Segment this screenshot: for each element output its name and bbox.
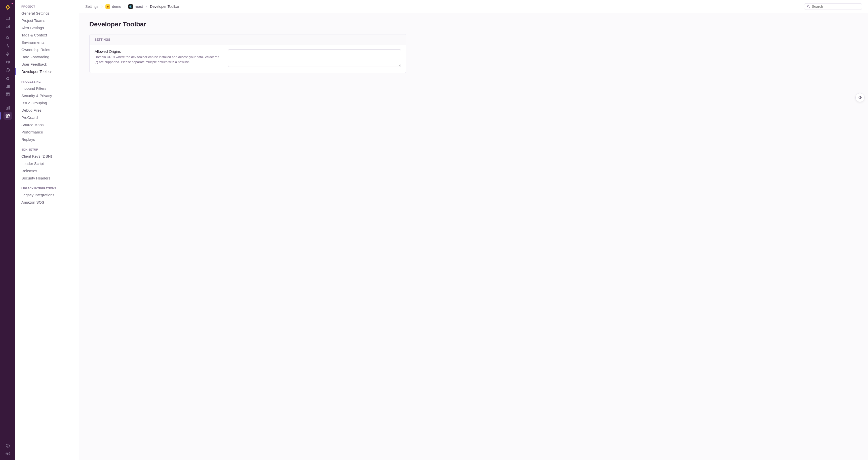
- svg-point-20: [807, 5, 809, 7]
- help-icon: [5, 443, 10, 448]
- svg-rect-8: [6, 93, 9, 94]
- sidebar-group-title: SDK SETUP: [16, 143, 79, 153]
- nav-inbox[interactable]: [3, 14, 12, 22]
- chevron-right-icon: [100, 5, 103, 8]
- nav-expand[interactable]: [3, 450, 12, 458]
- sidebar-item-security-headers[interactable]: Security Headers: [16, 174, 79, 182]
- breadcrumb-settings[interactable]: Settings: [85, 4, 98, 8]
- sentry-logo-icon: [4, 4, 11, 10]
- sidebar-item-ownership-rules[interactable]: Ownership Rules: [16, 46, 79, 53]
- history-icon: [5, 68, 10, 72]
- settings-icon: [5, 113, 10, 118]
- sidebar-item-legacy-integrations[interactable]: Legacy Integrations: [16, 191, 79, 199]
- code-icon: [5, 24, 10, 29]
- breadcrumb-current: Developer Toolbar: [150, 4, 179, 8]
- settings-panel: SETTINGS Allowed Origins Domain URLs whe…: [89, 34, 406, 73]
- breadcrumb-project[interactable]: react: [128, 4, 143, 9]
- sidebar-item-issue-grouping[interactable]: Issue Grouping: [16, 99, 79, 106]
- sidebar-item-performance[interactable]: Performance: [16, 128, 79, 136]
- field-label-allowed-origins: Allowed Origins: [95, 49, 220, 54]
- chevron-right-icon: [6, 452, 10, 456]
- breadcrumb-org-label: demo: [112, 4, 121, 8]
- nav-history[interactable]: [3, 66, 12, 74]
- nav-megaphone[interactable]: [3, 58, 12, 66]
- stats-icon: [5, 106, 10, 110]
- sidebar-group-title: PROJECT: [16, 0, 79, 9]
- svg-rect-0: [6, 17, 9, 20]
- archive-icon: [5, 92, 10, 97]
- notification-dot-icon: [11, 2, 13, 5]
- content: Developer Toolbar SETTINGS Allowed Origi…: [79, 13, 416, 80]
- sidebar-item-inbound-filters[interactable]: Inbound Filters: [16, 85, 79, 92]
- svg-point-12: [7, 116, 8, 117]
- sidebar-item-replays[interactable]: Replays: [16, 136, 79, 143]
- nav-stats[interactable]: [3, 104, 12, 111]
- sidebar-item-data-forwarding[interactable]: Data Forwarding: [16, 53, 79, 61]
- nav-settings[interactable]: [3, 112, 12, 120]
- svg-point-16: [130, 6, 131, 7]
- svg-rect-1: [6, 25, 9, 28]
- search-icon: [807, 5, 810, 8]
- svg-rect-7: [6, 94, 9, 96]
- megaphone-icon: [5, 60, 10, 64]
- sidebar-group-title: LEGACY INTEGRATIONS: [16, 182, 79, 191]
- nav-search[interactable]: [3, 34, 12, 42]
- sidebar-item-security-privacy[interactable]: Security & Privacy: [16, 92, 79, 99]
- breadcrumb-org[interactable]: demo: [105, 4, 121, 9]
- chevron-right-icon: [123, 5, 126, 8]
- sidebar-item-proguard[interactable]: ProGuard: [16, 114, 79, 121]
- topbar: Settings demo react Dev: [79, 0, 868, 13]
- sidebar-item-developer-toolbar[interactable]: Developer Toolbar: [16, 68, 79, 75]
- sidebar-item-client-keys-dsn-[interactable]: Client Keys (DSN): [16, 153, 79, 160]
- svg-point-2: [6, 36, 8, 39]
- logo[interactable]: [3, 3, 12, 11]
- sidebar-item-project-teams[interactable]: Project Teams: [16, 17, 79, 24]
- panel-header: SETTINGS: [90, 34, 406, 45]
- svg-rect-11: [8, 106, 9, 109]
- bolt-icon: [5, 52, 10, 56]
- sidebar-item-amazon-sqs[interactable]: Amazon SQS: [16, 199, 79, 206]
- page-title: Developer Toolbar: [89, 20, 406, 28]
- nav-archive[interactable]: [3, 91, 12, 98]
- search-icon: [5, 36, 10, 40]
- chevron-right-icon: [145, 5, 148, 8]
- nav-code[interactable]: [3, 23, 12, 30]
- svg-rect-9: [6, 108, 7, 109]
- breadcrumb-project-label: react: [135, 4, 143, 8]
- columns-icon: [5, 84, 10, 89]
- search-box[interactable]: [804, 3, 862, 10]
- sidebar-group-title: PROCESSING: [16, 75, 79, 85]
- nav-rail: [0, 0, 16, 460]
- sidebar-item-alert-settings[interactable]: Alert Settings: [16, 24, 79, 31]
- nav-help[interactable]: [3, 442, 12, 450]
- field-help-allowed-origins: Domain URLs where the dev toolbar can be…: [95, 55, 220, 64]
- sidebar-item-releases[interactable]: Releases: [16, 167, 79, 174]
- inbox-icon: [5, 16, 10, 21]
- allowed-origins-input[interactable]: [228, 49, 401, 67]
- svg-rect-6: [8, 85, 9, 88]
- react-badge-icon: [128, 4, 133, 9]
- org-badge-icon: [105, 4, 110, 9]
- sidebar-item-general-settings[interactable]: General Settings: [16, 9, 79, 17]
- sidebar-item-user-feedback[interactable]: User Feedback: [16, 61, 79, 68]
- bug-icon: [5, 76, 10, 80]
- sidebar-item-environments[interactable]: Environments: [16, 39, 79, 46]
- settings-sidebar: PROJECTGeneral SettingsProject TeamsAler…: [16, 0, 79, 460]
- nav-columns[interactable]: [3, 83, 12, 90]
- svg-rect-4: [6, 85, 7, 88]
- nav-bug[interactable]: [3, 74, 12, 82]
- search-input[interactable]: [812, 4, 859, 8]
- activity-icon: [5, 44, 10, 48]
- sidebar-item-debug-files[interactable]: Debug Files: [16, 106, 79, 114]
- sidebar-item-loader-script[interactable]: Loader Script: [16, 160, 79, 167]
- nav-bolt[interactable]: [3, 50, 12, 58]
- nav-activity[interactable]: [3, 42, 12, 50]
- megaphone-icon: [858, 95, 862, 100]
- sidebar-item-source-maps[interactable]: Source Maps: [16, 121, 79, 128]
- svg-rect-5: [7, 85, 8, 88]
- svg-rect-10: [7, 107, 8, 109]
- feedback-button[interactable]: [856, 93, 865, 102]
- main-area: Settings demo react Dev: [79, 0, 868, 460]
- sidebar-item-tags-context[interactable]: Tags & Context: [16, 31, 79, 39]
